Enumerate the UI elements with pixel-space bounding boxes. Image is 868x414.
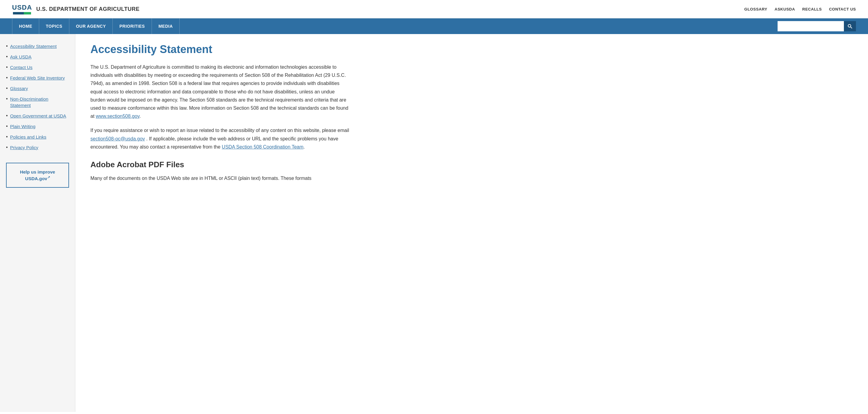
logo-area: USDA U.S. DEPARTMENT OF AGRICULTURE	[12, 4, 140, 14]
list-item: Glossary	[6, 85, 69, 92]
logo-text: USDA	[12, 4, 32, 11]
list-item: Plain Writing	[6, 123, 69, 130]
sidebar-link-open-gov[interactable]: Open Government at USDA	[10, 113, 66, 119]
nav-topics[interactable]: TOPICS	[39, 19, 69, 34]
list-item: Policies and Links	[6, 134, 69, 140]
sidebar-link-federal[interactable]: Federal Web Site Inventory	[10, 75, 65, 81]
paragraph-2: If you require assistance or wish to rep…	[90, 126, 350, 151]
sidebar-link-nondiscrimination[interactable]: Non-Discrimination Statement	[10, 96, 69, 108]
nav-links: HOME TOPICS OUR AGENCY PRIORITIES MEDIA	[12, 19, 778, 34]
main-nav: HOME TOPICS OUR AGENCY PRIORITIES MEDIA	[0, 19, 868, 34]
section-title-pdf: Adobe Acrobat PDF Files	[90, 160, 350, 169]
logo-bar	[13, 12, 31, 14]
nav-our-agency[interactable]: OUR AGENCY	[69, 19, 113, 34]
list-item: Non-Discrimination Statement	[6, 96, 69, 108]
nav-priorities[interactable]: PRIORITIES	[113, 19, 152, 34]
help-improve-cta[interactable]: Help us improve USDA.gov↗	[6, 163, 69, 188]
sidebar-link-askusda[interactable]: Ask USDA	[10, 54, 32, 60]
svg-line-1	[850, 27, 852, 28]
list-item: Accessibility Statement	[6, 43, 69, 50]
sidebar-link-glossary[interactable]: Glossary	[10, 85, 28, 92]
sidebar-nav: Accessibility Statement Ask USDA Contact…	[6, 43, 69, 151]
nav-media[interactable]: MEDIA	[152, 19, 180, 34]
askusda-link[interactable]: ASKUSDA	[775, 7, 795, 11]
top-nav: GLOSSARY ASKUSDA RECALLS CONTACT US	[744, 7, 856, 11]
list-item: Ask USDA	[6, 54, 69, 60]
search-area	[778, 21, 856, 31]
content-wrapper: Accessibility Statement Ask USDA Contact…	[0, 34, 868, 412]
dept-name: U.S. DEPARTMENT OF AGRICULTURE	[36, 6, 140, 12]
search-input[interactable]	[778, 21, 844, 31]
list-item: Open Government at USDA	[6, 113, 69, 119]
contact-us-link[interactable]: CONTACT US	[829, 7, 856, 11]
paragraph-1: The U.S. Department of Agriculture is co…	[90, 63, 350, 120]
section508-gov-link[interactable]: www.section508.gov	[96, 114, 140, 119]
section508-team-link[interactable]: USDA Section 508 Coordination Team	[222, 144, 304, 150]
list-item: Privacy Policy	[6, 144, 69, 151]
paragraph-3: Many of the documents on the USDA Web si…	[90, 174, 350, 182]
list-item: Federal Web Site Inventory	[6, 75, 69, 81]
top-header: USDA U.S. DEPARTMENT OF AGRICULTURE GLOS…	[0, 0, 868, 19]
sidebar-link-accessibility[interactable]: Accessibility Statement	[10, 43, 57, 50]
glossary-link[interactable]: GLOSSARY	[744, 7, 767, 11]
search-icon	[847, 24, 852, 29]
sidebar-link-privacy[interactable]: Privacy Policy	[10, 144, 38, 151]
search-button[interactable]	[844, 21, 856, 31]
sidebar: Accessibility Statement Ask USDA Contact…	[0, 34, 75, 412]
recalls-link[interactable]: RECALLS	[802, 7, 822, 11]
sidebar-link-contact[interactable]: Contact Us	[10, 64, 33, 70]
list-item: Contact Us	[6, 64, 69, 70]
sidebar-link-policies[interactable]: Policies and Links	[10, 134, 46, 140]
nav-home[interactable]: HOME	[12, 19, 39, 34]
email-link[interactable]: section508-oc@usda.gov	[90, 136, 145, 141]
sidebar-link-plain-writing[interactable]: Plain Writing	[10, 123, 36, 130]
main-content: Accessibility Statement The U.S. Departm…	[75, 34, 365, 412]
usda-logo: USDA	[12, 4, 32, 14]
cta-text: Help us improve USDA.gov↗	[11, 169, 64, 182]
svg-point-0	[848, 24, 851, 27]
page-title: Accessibility Statement	[90, 43, 350, 56]
external-link-icon: ↗	[47, 176, 50, 179]
